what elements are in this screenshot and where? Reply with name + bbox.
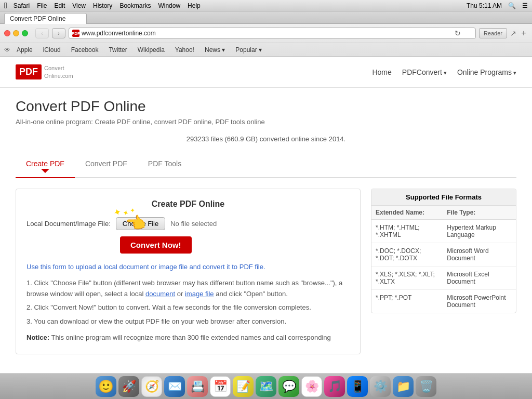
bookmark-news[interactable]: News ▾ <box>201 45 229 55</box>
dock-photos[interactable]: 🌸 <box>301 376 322 397</box>
dock-messages[interactable]: 💬 <box>278 376 299 397</box>
site-nav: Home PDFConvert Online Programs <box>372 68 516 76</box>
choose-file-button[interactable]: Choose File <box>116 217 165 230</box>
dock-safari[interactable]: 🧭 <box>141 376 162 397</box>
active-tab[interactable]: Convert PDF Online <box>4 13 87 24</box>
col-ext-header: Extended Name: <box>371 206 443 220</box>
menu-view[interactable]: View <box>72 2 86 9</box>
tab-title: Convert PDF Online <box>10 15 65 22</box>
tab-create-pdf[interactable]: Create PDF <box>16 155 75 178</box>
table-row: *.HTM; *.HTML; *.XHTML Hypertext Markup … <box>371 220 516 243</box>
menu-bar-right: Thu 5:11 AM 🔍 ☰ <box>467 2 528 9</box>
page-subtitle: All-in-one online program: Create PDF on… <box>16 118 516 126</box>
page-title: Convert PDF Online <box>16 98 516 115</box>
dock-trash[interactable]: 🗑️ <box>416 376 436 397</box>
close-button[interactable] <box>4 30 10 36</box>
ext-xls: *.XLS; *.XLSX; *.XLT; *.XLTX <box>371 267 443 290</box>
logo-text: Convert Online.com <box>44 64 73 79</box>
reload-button[interactable]: ↻ <box>455 29 461 37</box>
menu-safari[interactable]: Safari <box>14 2 30 9</box>
dock-calendar[interactable]: 📅 <box>210 376 231 397</box>
browser-toolbar: ‹ › PDF www.pdfconvertonline.com ↻ Reade… <box>0 24 532 43</box>
instructions-step1: 1. Click "Choose File" button (different… <box>26 278 350 300</box>
cursor-area: ✦ ✦ ✦ Choose File <box>116 217 165 230</box>
logo-pdf-badge: PDF <box>16 64 42 79</box>
menu-edit[interactable]: Edit <box>55 2 65 9</box>
menu-help[interactable]: Help <box>188 2 201 9</box>
convert-now-button[interactable]: Convert Now! <box>120 236 192 254</box>
nav-pdfconvert[interactable]: PDFConvert <box>402 68 447 76</box>
ext-doc: *.DOC; *.DOCX; *.DOT; *.DOTX <box>371 243 443 267</box>
address-text: www.pdfconvertonline.com <box>82 30 156 37</box>
browser-chrome: Convert PDF Online ‹ › PDF www.pdfconver… <box>0 11 532 57</box>
convert-button-area: 👈 Convert Now! <box>115 236 192 254</box>
no-file-text: No file selected <box>170 220 217 228</box>
menu-bookmarks[interactable]: Bookmarks <box>119 2 151 9</box>
type-html: Hypertext Markup Language <box>443 220 516 243</box>
dock-maps[interactable]: 🗺️ <box>256 376 276 397</box>
page-content: PDF Convert Online.com Home PDFConvert O… <box>0 57 532 374</box>
main-content: Convert PDF Online All-in-one online pro… <box>0 88 532 365</box>
instructions: Use this form to upload a local document… <box>26 262 350 343</box>
supported-formats-table: Supported File Formats Extended Name: Fi… <box>371 189 516 313</box>
bookmarks-bar: 👁 Apple iCloud Facebook Twitter Wikipedi… <box>0 43 532 56</box>
form-wrapper: Create PDF Online Local Document/Image F… <box>16 189 516 354</box>
bookmark-twitter[interactable]: Twitter <box>104 45 131 55</box>
dock-notes[interactable]: 📝 <box>233 376 254 397</box>
bookmark-yahoo[interactable]: Yahoo! <box>171 45 198 55</box>
instructions-notice: Notice: This online program will recogni… <box>26 332 350 343</box>
sparkle-effect: ✦ ✦ ✦ <box>113 207 136 218</box>
dock-finder2[interactable]: 📁 <box>393 376 414 397</box>
table-header: Supported File Formats <box>371 189 516 206</box>
menu-bar:  Safari File Edit View History Bookmark… <box>0 0 532 11</box>
back-button[interactable]: ‹ <box>35 28 49 38</box>
menu-file[interactable]: File <box>37 2 47 9</box>
col-type-header: File Type: <box>443 206 516 220</box>
table-row: *.PPT; *.POT Microsoft PowerPoint Docume… <box>371 290 516 313</box>
minimize-button[interactable] <box>13 30 19 36</box>
search-icon[interactable]: 🔍 <box>508 2 516 9</box>
create-pdf-form: Create PDF Online Local Document/Image F… <box>16 189 361 354</box>
bookmark-icloud[interactable]: iCloud <box>39 45 65 55</box>
dock-launchpad[interactable]: 🚀 <box>118 376 139 397</box>
type-ppt: Microsoft PowerPoint Document <box>443 290 516 313</box>
file-input-row: Local Document/Image File: ✦ ✦ ✦ Choose … <box>26 217 350 230</box>
apple-menu[interactable]:  <box>4 1 7 10</box>
bookmark-apple[interactable]: Apple <box>12 45 37 55</box>
ext-html: *.HTM; *.HTML; *.XHTML <box>371 220 443 243</box>
dock-appstore[interactable]: 📱 <box>347 376 368 397</box>
nav-online-programs[interactable]: Online Programs <box>457 68 516 76</box>
formats-table: Extended Name: File Type: *.HTM; *.HTML;… <box>371 206 516 313</box>
site-header: PDF Convert Online.com Home PDFConvert O… <box>0 57 532 88</box>
new-tab-button[interactable]: + <box>520 29 528 37</box>
dock-systemprefs[interactable]: ⚙️ <box>370 376 391 397</box>
maximize-button[interactable] <box>22 30 28 36</box>
instructions-intro: Use this form to upload a local document… <box>26 262 350 273</box>
nav-home[interactable]: Home <box>372 68 391 76</box>
bookmark-wikipedia[interactable]: Wikipedia <box>134 45 169 55</box>
share-icon[interactable]: ↗ <box>510 29 516 37</box>
menu-history[interactable]: History <box>93 2 112 9</box>
favicon: PDF <box>72 30 79 37</box>
menu-window[interactable]: Window <box>158 2 180 9</box>
reader-button[interactable]: Reader <box>479 28 507 38</box>
tab-convert-pdf[interactable]: Convert PDF <box>75 155 138 178</box>
dock: 🙂 🚀 🧭 ✉️ 📇 📅 📝 🗺️ 💬 🌸 🎵 📱 ⚙️ 📁 🗑️ <box>0 373 532 399</box>
tab-pdf-tools[interactable]: PDF Tools <box>138 155 192 178</box>
bookmark-popular[interactable]: Popular ▾ <box>231 45 266 55</box>
bookmarks-icon: 👁 <box>4 46 10 54</box>
clock: Thu 5:11 AM <box>467 2 502 9</box>
forward-button[interactable]: › <box>52 28 65 38</box>
type-doc: Microsoft Word Document <box>443 243 516 267</box>
traffic-lights <box>4 30 28 36</box>
dock-mail[interactable]: ✉️ <box>164 376 185 397</box>
menu-icon[interactable]: ☰ <box>522 2 528 9</box>
tab-bar: Convert PDF Online <box>0 11 532 24</box>
instructions-step2: 2. Click "Convert Now!" button to conver… <box>26 302 350 313</box>
dock-finder[interactable]: 🙂 <box>96 376 116 397</box>
dock-contacts[interactable]: 📇 <box>187 376 208 397</box>
tab-active-indicator <box>41 169 49 173</box>
bookmark-facebook[interactable]: Facebook <box>67 45 103 55</box>
address-bar[interactable]: PDF www.pdfconvertonline.com ↻ <box>69 28 476 39</box>
dock-itunes[interactable]: 🎵 <box>324 376 345 397</box>
